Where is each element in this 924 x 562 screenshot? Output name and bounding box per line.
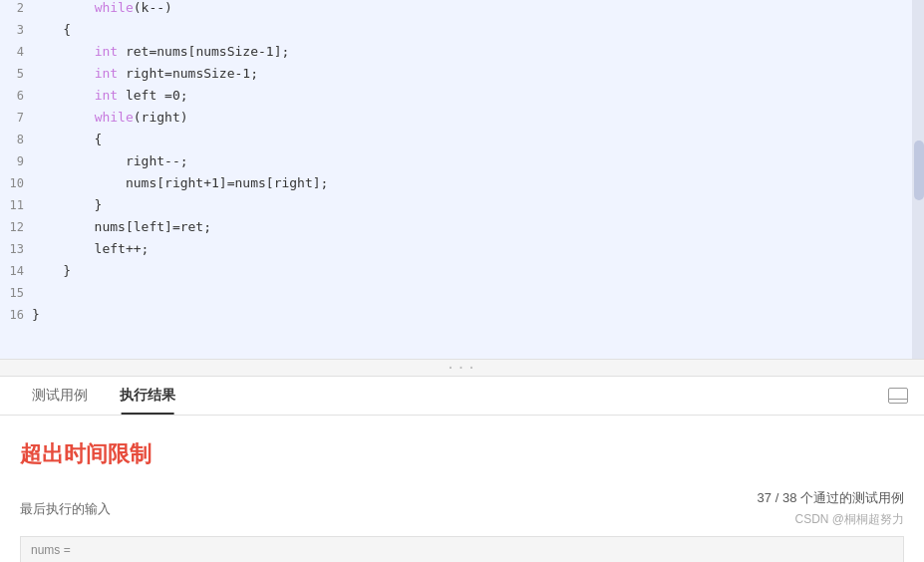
meta-right: 37 / 38 个通过的测试用例 CSDN @桐桐超努力 xyxy=(758,489,904,528)
score-suffix: 个通过的测试用例 xyxy=(800,490,904,505)
code-line-8: 8 { xyxy=(0,132,924,153)
code-line-4: 4 int ret=nums[numsSize-1]; xyxy=(0,44,924,66)
code-line-6: 6 int left =0; xyxy=(0,88,924,110)
tab-action-area xyxy=(888,388,908,404)
expand-icon[interactable] xyxy=(888,388,908,404)
score-display: 37 / 38 个通过的测试用例 xyxy=(758,489,904,507)
code-line-16: 16 } xyxy=(0,307,924,329)
code-line-11: 11 } xyxy=(0,197,924,219)
author-label: CSDN @桐桐超努力 xyxy=(758,511,904,528)
error-title: 超出时间限制 xyxy=(20,439,904,469)
code-lines: 2 while(k--) 3 { 4 int ret=nums[numsSize… xyxy=(0,0,924,359)
code-line-2: 2 while(k--) xyxy=(0,0,924,22)
code-line-13: 13 left++; xyxy=(0,241,924,263)
last-input-label: 最后执行的输入 xyxy=(20,500,111,518)
divider-dots: ··· xyxy=(447,360,477,376)
tab-execution-results[interactable]: 执行结果 xyxy=(104,377,191,415)
code-line-14: 14 } xyxy=(0,263,924,285)
code-line-5: 5 int right=numsSize-1; xyxy=(0,66,924,88)
code-line-12: 12 nums[left]=ret; xyxy=(0,219,924,241)
code-line-15: 15 xyxy=(0,285,924,307)
input-preview: nums = xyxy=(20,536,904,562)
scrollbar-track[interactable] xyxy=(912,0,924,359)
code-editor: 2 while(k--) 3 { 4 int ret=nums[numsSize… xyxy=(0,0,924,359)
code-line-3: 3 { xyxy=(0,22,924,44)
results-meta: 最后执行的输入 37 / 38 个通过的测试用例 CSDN @桐桐超努力 xyxy=(20,489,904,528)
input-preview-text: nums = xyxy=(31,543,71,557)
tabs-bar: 测试用例 执行结果 xyxy=(0,377,924,416)
code-line-10: 10 nums[right+1]=nums[right]; xyxy=(0,175,924,197)
code-line-9: 9 right--; xyxy=(0,153,924,175)
tab-test-cases[interactable]: 测试用例 xyxy=(16,377,104,415)
scrollbar-thumb[interactable] xyxy=(914,140,924,200)
section-divider: ··· xyxy=(0,359,924,377)
results-section: 超出时间限制 最后执行的输入 37 / 38 个通过的测试用例 CSDN @桐桐… xyxy=(0,416,924,562)
code-line-7: 7 while(right) xyxy=(0,110,924,132)
score-fraction: 37 / 38 xyxy=(758,490,797,505)
